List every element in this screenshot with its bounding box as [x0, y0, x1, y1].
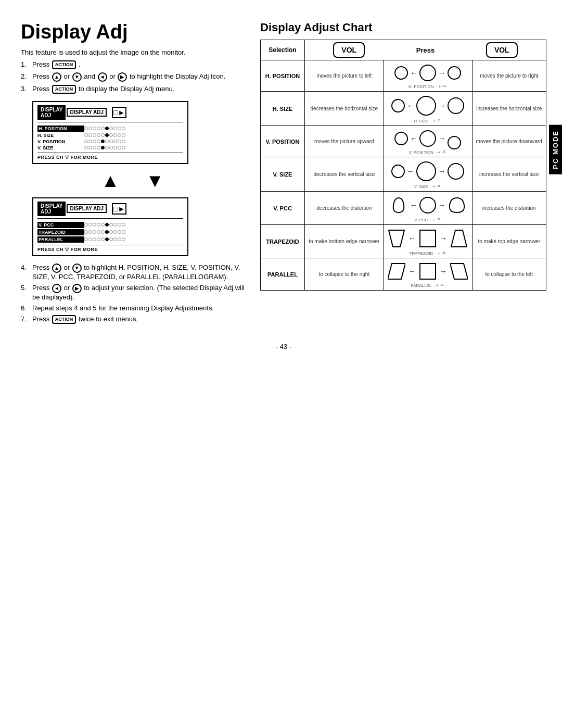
step-7: 7. Press ACTION twice to exit menus. — [21, 315, 245, 324]
down-icon-4: ▼ — [72, 263, 82, 273]
dot — [122, 127, 125, 130]
step-6-content: Repeat steps 4 and 5 for the remaining D… — [32, 304, 245, 312]
vposition-label: V. POSITION — [261, 126, 305, 157]
dot — [97, 140, 100, 143]
vpcc-label-chart: V. PCC — [261, 192, 305, 225]
dot — [118, 223, 121, 227]
trapezoid-desc-left: to make bottom edge narrower — [305, 225, 384, 258]
circle-1 — [419, 65, 436, 81]
left-arrow: ← — [407, 102, 414, 110]
menu-box-1: DISPLAYADJ DISPLAY ADJ □► H. POSITION H.… — [32, 101, 188, 164]
dot — [93, 237, 96, 241]
vol-left-btn: VOL — [333, 42, 365, 58]
step-6: 6. Repeat steps 4 and 5 for the remainin… — [21, 304, 245, 312]
row-vposition: V. POSITION moves the picture upward ← →… — [261, 126, 546, 157]
dot-active — [101, 140, 105, 143]
parallel-label: PARALLEL — [37, 236, 84, 243]
up-arrow-big: ▲ — [101, 171, 120, 190]
step-3-num: 3. — [21, 85, 32, 93]
menu-box-2: DISPLAYADJ DISPLAY ADJ □► V. PCC TRAPEZO… — [32, 197, 188, 256]
dot — [122, 230, 125, 234]
right-arrow: → — [438, 102, 445, 110]
menu-tab-2b: DISPLAY ADJ — [67, 204, 107, 213]
hpos-dots — [84, 127, 125, 130]
step-4-content: Press ▲ or ▼ to highlight H. POSITION, H… — [32, 263, 245, 281]
press-header: VOL Press VOL — [305, 40, 546, 60]
hsize-sub: H. SIZE · + ·³¹· — [387, 119, 469, 123]
step-7-content: Press ACTION twice to exit menus. — [32, 315, 245, 324]
dot — [84, 127, 88, 130]
dot — [118, 133, 121, 137]
dot — [88, 140, 92, 143]
menu-row-vsize: V. SIZE — [37, 145, 183, 150]
dot — [97, 146, 100, 149]
step-6-num: 6. — [21, 304, 32, 312]
step-7-num: 7. — [21, 315, 32, 323]
dot — [88, 127, 92, 130]
menu-icon-2: □► — [112, 203, 126, 215]
vpcc-visual: ← → V. PCC · + ·³¹· — [384, 192, 472, 225]
dot — [105, 140, 109, 143]
selection-header: Selection — [261, 40, 305, 60]
row-vsize: V. SIZE decreases the vertical size ← → … — [261, 157, 546, 192]
vsize-visual: ← → V. SIZE · + ·³¹· — [384, 157, 472, 192]
svg-marker-4 — [420, 263, 436, 279]
left-arrow: ← — [408, 267, 416, 275]
step-3-content: Press ACTION to display the Display Adj … — [32, 85, 245, 94]
press-label: Press — [416, 46, 435, 54]
action-btn-1: ACTION — [52, 60, 76, 69]
dot — [93, 140, 96, 143]
step-5-num: 5. — [21, 284, 32, 292]
vpcc-desc-right: increases the distortion — [472, 192, 546, 225]
left-icon-5: ◄ — [52, 284, 61, 293]
trap-left-shape — [388, 229, 405, 248]
down-arrow-big: ▼ — [146, 171, 164, 190]
chart-table: Selection VOL Press VOL H. POSITION move… — [260, 40, 546, 291]
parallel-label-chart: PARALLEL — [261, 258, 305, 291]
dot — [109, 146, 113, 149]
vposition-sub: V. POSITION · + ·³¹· — [387, 150, 469, 155]
dot — [118, 237, 121, 241]
dot — [113, 140, 117, 143]
dot — [109, 237, 113, 241]
step-2-num: 2. — [21, 72, 32, 80]
up-icon-4: ▲ — [52, 263, 61, 273]
left-arrow: ← — [408, 234, 416, 243]
dot — [113, 237, 117, 241]
menu-tab-2a: DISPLAYADJ — [37, 202, 66, 216]
vsize-desc-right: increases the vertical size — [472, 157, 546, 192]
para-left-shape — [388, 262, 405, 280]
dot — [122, 237, 125, 241]
menu-row-parallel: PARALLEL — [37, 236, 183, 243]
dot — [88, 146, 92, 149]
parallel-sub: PARALLEL · + ·³¹· — [387, 283, 469, 288]
para-mid-shape — [419, 262, 437, 280]
row-vpcc: V. PCC decreases the distortion ← → — [261, 192, 546, 225]
vol-right-btn: VOL — [486, 42, 518, 58]
circle-sm-1 — [394, 66, 408, 80]
menu-footer-2: PRESS CH ▽ FOR MORE — [37, 245, 183, 252]
left-arrow: ← — [407, 167, 414, 175]
row-parallel: PARALLEL to collapse to the right ← — [261, 258, 546, 291]
circle-3 — [448, 97, 464, 114]
vposition-desc-right: moves the picture downward — [472, 126, 546, 157]
left-arrow: ← — [410, 201, 417, 209]
dot-active — [105, 127, 109, 130]
menu-tab-1b: DISPLAY ADJ — [67, 108, 107, 117]
dot — [109, 223, 113, 227]
dot — [109, 133, 113, 137]
right-arrow: → — [438, 167, 445, 175]
page-number: - 43 - — [21, 343, 546, 350]
right-arrow: → — [440, 267, 447, 275]
dot — [113, 230, 117, 234]
right-arrow: → — [438, 69, 445, 77]
circle-4 — [419, 130, 436, 147]
dot — [84, 146, 88, 149]
intro-text: This feature is used to adjust the image… — [21, 48, 245, 56]
left-arrow: ← — [410, 69, 417, 77]
right-arrow: → — [438, 201, 445, 209]
dot — [118, 127, 121, 130]
right-column: Display Adjust Chart Selection VOL Press… — [260, 21, 546, 291]
dot — [84, 140, 88, 143]
dot — [88, 133, 92, 137]
